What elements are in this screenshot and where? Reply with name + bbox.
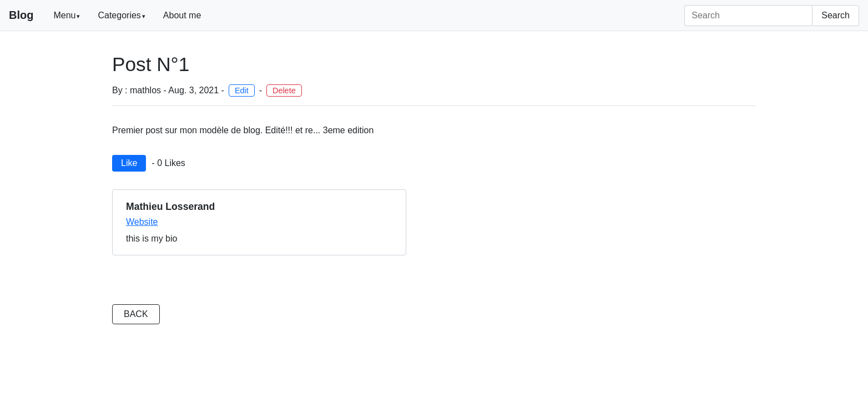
edit-button[interactable]: Edit (229, 84, 255, 97)
author-bio: this is my bio (126, 234, 392, 244)
post-divider (112, 105, 756, 106)
menu-dropdown-icon: ▾ (77, 13, 80, 19)
post-meta: By : mathlos - Aug. 3, 2021 - Edit - Del… (112, 84, 756, 97)
post-body: Premier post sur mon modèle de blog. Edi… (112, 124, 756, 137)
nav-categories[interactable]: Categories▾ (91, 6, 152, 25)
back-button[interactable]: BACK (112, 304, 160, 324)
navbar-brand[interactable]: Blog (9, 9, 33, 22)
like-button[interactable]: Like (112, 155, 146, 172)
nav-links: Menu▾ Categories▾ About me (47, 6, 684, 25)
search-button[interactable]: Search (812, 5, 859, 26)
like-section: Like - 0 Likes (112, 155, 756, 172)
post-meta-text: By : mathlos - Aug. 3, 2021 - (112, 86, 224, 96)
categories-dropdown-icon: ▾ (142, 13, 145, 19)
delete-button[interactable]: Delete (266, 84, 302, 97)
navbar: Blog Menu▾ Categories▾ About me Search (0, 0, 868, 31)
navbar-search: Search (684, 5, 859, 26)
nav-menu[interactable]: Menu▾ (47, 6, 87, 25)
nav-about-me[interactable]: About me (157, 6, 208, 25)
author-name: Mathieu Losserand (126, 201, 392, 213)
like-count: - 0 Likes (152, 158, 185, 168)
author-website-link[interactable]: Website (126, 217, 392, 227)
meta-separator: - (259, 86, 262, 96)
author-card: Mathieu Losserand Website this is my bio (112, 189, 406, 255)
main-content: Post N°1 By : mathlos - Aug. 3, 2021 - E… (46, 31, 822, 346)
post-title: Post N°1 (112, 53, 756, 76)
search-input[interactable] (684, 5, 812, 26)
